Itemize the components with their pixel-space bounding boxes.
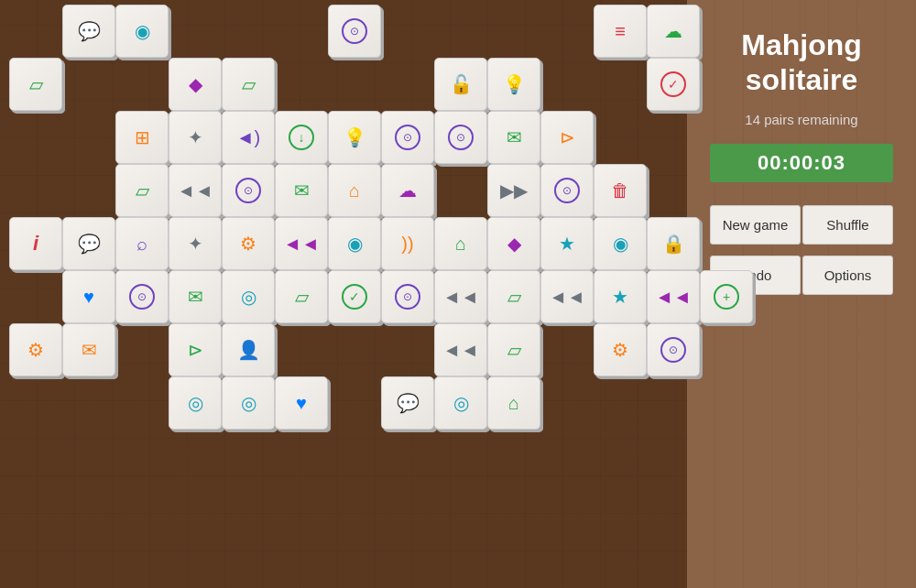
tile[interactable]: ◉: [594, 217, 647, 270]
tile[interactable]: ✉: [169, 270, 222, 323]
tile[interactable]: ⊙: [222, 164, 275, 217]
pairs-remaining: 14 pairs remaining: [745, 112, 857, 127]
tile[interactable]: ◄◄: [275, 217, 328, 270]
tile[interactable]: ▱: [9, 58, 62, 111]
tile[interactable]: ▱: [275, 270, 328, 323]
tile[interactable]: ▱: [487, 323, 540, 376]
tile[interactable]: ◆: [487, 217, 540, 270]
tile[interactable]: ◄◄: [540, 270, 594, 323]
tile[interactable]: ◄): [222, 111, 275, 164]
tile[interactable]: ⊳: [540, 111, 594, 164]
tile[interactable]: 🗑: [594, 164, 647, 217]
tile[interactable]: ⊙: [647, 323, 700, 376]
tile[interactable]: ◎: [222, 376, 275, 430]
tile[interactable]: ⌂: [434, 217, 487, 270]
timer: 00:00:03: [710, 144, 893, 182]
button-row-1: New game Shuffle: [710, 205, 893, 245]
tile[interactable]: ⚙: [594, 323, 647, 376]
tile[interactable]: 💡: [487, 58, 540, 111]
tile[interactable]: ⊙: [115, 270, 169, 323]
tile[interactable]: ⌂: [328, 164, 381, 217]
tile[interactable]: ⊙: [540, 164, 594, 217]
tile[interactable]: i: [9, 217, 62, 270]
tile[interactable]: ◄◄: [647, 270, 700, 323]
tile[interactable]: ✉: [275, 164, 328, 217]
tile[interactable]: ✓: [647, 58, 700, 111]
tile[interactable]: ◄◄: [434, 270, 487, 323]
tile[interactable]: ✓: [328, 270, 381, 323]
tile[interactable]: ◉: [115, 5, 169, 58]
tile[interactable]: 💬: [381, 376, 434, 430]
tile[interactable]: ♥: [275, 376, 328, 430]
tile[interactable]: ✦: [169, 111, 222, 164]
options-button[interactable]: Options: [802, 256, 893, 295]
tile[interactable]: ✉: [62, 323, 115, 376]
tile[interactable]: ⊙: [381, 111, 434, 164]
tile[interactable]: ⊙: [328, 5, 381, 58]
tile[interactable]: 🔓: [434, 58, 487, 111]
tile[interactable]: ◄◄: [169, 164, 222, 217]
tile[interactable]: ▶▶: [487, 164, 540, 217]
tile[interactable]: ⊙: [434, 111, 487, 164]
tile[interactable]: ◄◄: [434, 323, 487, 376]
tile[interactable]: ▱: [115, 164, 169, 217]
tile[interactable]: ▱: [222, 58, 275, 111]
tile[interactable]: ♥: [62, 270, 115, 323]
tile[interactable]: ⊙: [381, 270, 434, 323]
tile[interactable]: ⊞: [115, 111, 169, 164]
tile[interactable]: ☁: [381, 164, 434, 217]
tile[interactable]: +: [700, 270, 753, 323]
tile[interactable]: 🔒: [647, 217, 700, 270]
tile[interactable]: 💬: [62, 5, 115, 58]
tile[interactable]: ↓: [275, 111, 328, 164]
tile[interactable]: ◆: [169, 58, 222, 111]
shuffle-button[interactable]: Shuffle: [802, 205, 893, 245]
tile[interactable]: ⚙: [9, 323, 62, 376]
tile[interactable]: ◎: [169, 376, 222, 430]
tile[interactable]: ☁: [647, 5, 700, 58]
tile[interactable]: 💬: [62, 217, 115, 270]
game-area: 💬◉⊙≡☁▱◆▱🔓💡✓⊞✦◄)↓💡⊙⊙✉⊳▱◄◄⊙✉⌂☁▶▶⊙🗑i💬⌕✦⚙◄◄◉…: [0, 0, 687, 588]
tile[interactable]: ◎: [222, 270, 275, 323]
tile[interactable]: ⌂: [487, 376, 540, 430]
game-title: Mahjongsolitaire: [741, 27, 862, 98]
tile[interactable]: ≡: [594, 5, 647, 58]
tile[interactable]: )): [381, 217, 434, 270]
tile[interactable]: 💡: [328, 111, 381, 164]
tile[interactable]: ⌕: [115, 217, 169, 270]
tile[interactable]: ◎: [434, 376, 487, 430]
tile[interactable]: ★: [540, 217, 594, 270]
tile[interactable]: ▱: [487, 270, 540, 323]
tile[interactable]: ◉: [328, 217, 381, 270]
tile[interactable]: ✦: [169, 217, 222, 270]
tile[interactable]: ⊳: [169, 323, 222, 376]
tile[interactable]: ✉: [487, 111, 540, 164]
new-game-button[interactable]: New game: [710, 205, 801, 245]
tile[interactable]: ★: [594, 270, 647, 323]
tile[interactable]: 👤: [222, 323, 275, 376]
tile[interactable]: ⚙: [222, 217, 275, 270]
